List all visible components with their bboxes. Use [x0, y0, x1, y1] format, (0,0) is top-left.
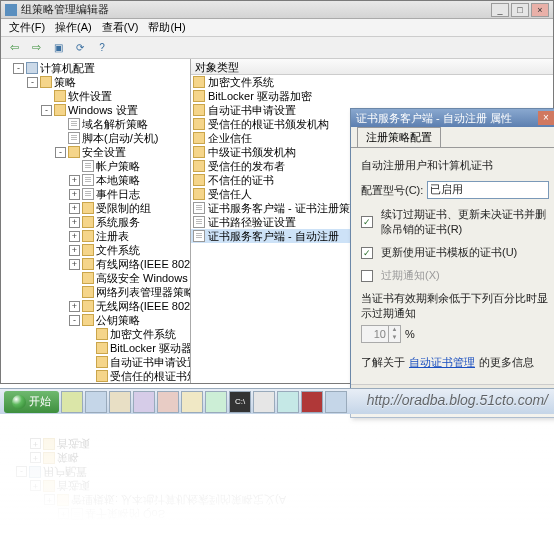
tree-item[interactable]: -Windows 设置 [1, 103, 190, 117]
expand-toggle[interactable]: + [69, 217, 80, 228]
tree-item[interactable]: BitLocker 驱动器加密 [1, 341, 190, 355]
task-item[interactable] [301, 391, 323, 413]
tree-item[interactable]: -策略 [1, 75, 190, 89]
tree-pane[interactable]: -计算机配置-策略软件设置-Windows 设置域名解析策略脚本(启动/关机)-… [1, 59, 191, 383]
tree-item[interactable]: +本地策略 [1, 173, 190, 187]
expand-toggle[interactable]: + [69, 189, 80, 200]
tree-item[interactable]: +受限制的组 [1, 201, 190, 215]
task-item[interactable] [157, 391, 179, 413]
list-item-label: 证书服务客户端 - 证书注册策略 [208, 201, 361, 215]
forward-button[interactable]: ⇨ [27, 39, 45, 57]
list-item-label: 受信任的发布者 [208, 159, 285, 173]
expand-toggle[interactable]: - [69, 315, 80, 326]
model-select[interactable]: 已启用 [427, 181, 549, 199]
close-button[interactable]: × [531, 3, 549, 17]
update-template-label: 更新使用证书模板的证书(U) [381, 245, 517, 260]
menu-view[interactable]: 查看(V) [98, 20, 143, 35]
tree-item[interactable]: -安全设置 [1, 145, 190, 159]
list-item-label: 自动证书申请设置 [208, 103, 296, 117]
list-item-label: 受信任人 [208, 187, 252, 201]
tree-item[interactable]: 域名解析策略 [1, 117, 190, 131]
task-item[interactable] [325, 391, 347, 413]
task-item[interactable] [253, 391, 275, 413]
folder-icon [82, 258, 94, 270]
tree-item[interactable]: +注册表 [1, 229, 190, 243]
tree-item[interactable]: 受信任的根证书颁发机构 [1, 369, 190, 383]
tree-item[interactable]: 帐户策略 [1, 159, 190, 173]
expand-toggle[interactable]: + [69, 231, 80, 242]
tree-item[interactable]: -计算机配置 [1, 61, 190, 75]
tree-item[interactable]: -公钥策略 [1, 313, 190, 327]
expand-toggle[interactable]: + [58, 509, 69, 520]
back-button[interactable]: ⇦ [5, 39, 23, 57]
renew-checkbox[interactable]: ✓ [361, 216, 373, 228]
computer-icon [26, 62, 38, 74]
tree-item-label: Windows 设置 [68, 103, 138, 117]
help-icon[interactable]: ? [93, 39, 111, 57]
task-item[interactable]: C:\ [229, 391, 251, 413]
expand-toggle[interactable]: + [30, 481, 41, 492]
list-item[interactable]: BitLocker 驱动器加密 [191, 89, 553, 103]
list-item-label: 不信任的证书 [208, 173, 274, 187]
tree-item[interactable]: 加密文件系统 [1, 327, 190, 341]
update-template-checkbox[interactable]: ✓ [361, 247, 373, 259]
list-item-label: 证书路径验证设置 [208, 215, 296, 229]
tree-item[interactable]: 高级安全 Windows 防火墙 [1, 271, 190, 285]
list-item[interactable]: 加密文件系统 [191, 75, 553, 89]
expand-toggle[interactable]: - [13, 63, 24, 74]
task-item[interactable] [109, 391, 131, 413]
tree-item-label: 自动证书申请设置 [110, 355, 190, 369]
tree-item-label: 事件日志 [96, 187, 140, 201]
menu-file[interactable]: 文件(F) [5, 20, 49, 35]
column-header[interactable]: 对象类型 [191, 59, 553, 75]
expand-toggle[interactable]: + [69, 301, 80, 312]
refresh-button[interactable]: ⟳ [71, 39, 89, 57]
expand-toggle[interactable]: + [69, 203, 80, 214]
minimize-button[interactable]: _ [491, 3, 509, 17]
start-button[interactable]: 开始 [4, 391, 59, 413]
expand-toggle[interactable]: + [69, 245, 80, 256]
menu-help[interactable]: 帮助(H) [144, 20, 189, 35]
task-item[interactable] [85, 391, 107, 413]
expand-toggle[interactable]: - [41, 105, 52, 116]
tree-item-label: 策略 [54, 75, 76, 89]
expand-toggle[interactable]: - [55, 147, 66, 158]
learn-link[interactable]: 自动证书管理 [409, 355, 475, 370]
tree-item[interactable]: 脚本(启动/关机) [1, 131, 190, 145]
expand-toggle[interactable]: - [27, 77, 38, 88]
folder-icon [82, 300, 94, 312]
expire-notify-checkbox[interactable] [361, 270, 373, 282]
tree-item[interactable]: 软件设置 [1, 89, 190, 103]
expand-toggle[interactable]: + [69, 175, 80, 186]
expand-toggle[interactable]: + [44, 495, 55, 506]
expand-toggle[interactable]: + [30, 453, 41, 464]
list-item-label: 受信任的根证书颁发机构 [208, 117, 329, 131]
list-item-label: 证书服务客户端 - 自动注册 [208, 229, 339, 243]
task-item[interactable] [277, 391, 299, 413]
task-item[interactable] [181, 391, 203, 413]
tree-item[interactable]: +无线网络(IEEE 802.11)策略 [1, 299, 190, 313]
tab-enrollment-policy[interactable]: 注册策略配置 [357, 127, 441, 147]
tree-item[interactable]: +有线网络(IEEE 802.3)策略 [1, 257, 190, 271]
task-item[interactable] [205, 391, 227, 413]
tree-item[interactable]: 网络列表管理器策略 [1, 285, 190, 299]
expand-toggle[interactable]: - [16, 467, 27, 478]
menu-action[interactable]: 操作(A) [51, 20, 96, 35]
expand-toggle[interactable]: + [30, 439, 41, 450]
tree-item[interactable]: +系统服务 [1, 215, 190, 229]
tree-item[interactable]: 自动证书申请设置 [1, 355, 190, 369]
tree-item[interactable]: +文件系统 [1, 243, 190, 257]
doc-icon [193, 230, 205, 242]
task-item[interactable] [133, 391, 155, 413]
folder-icon [193, 118, 205, 130]
tree-item[interactable]: +事件日志 [1, 187, 190, 201]
task-item[interactable] [61, 391, 83, 413]
folder-icon [193, 132, 205, 144]
learn-suffix: 的更多信息 [479, 355, 534, 370]
dialog-close-button[interactable]: × [538, 111, 554, 125]
folder-icon [82, 230, 94, 242]
maximize-button[interactable]: □ [511, 3, 529, 17]
up-button[interactable]: ▣ [49, 39, 67, 57]
expand-toggle[interactable]: + [69, 259, 80, 270]
percent-spinner[interactable]: ▲▼ [361, 325, 401, 343]
